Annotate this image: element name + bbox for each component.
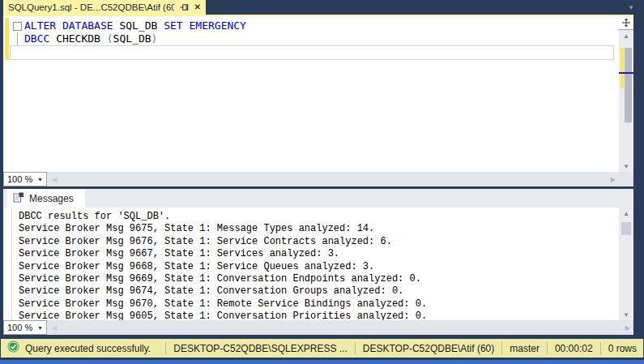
messages-output[interactable]: DBCC results for 'SQL_DB'.Service Broker… (3, 208, 633, 320)
scrollmap-caret-marker (619, 72, 633, 74)
messages-vertical-scrollbar[interactable]: ▲ ▼ (619, 208, 633, 320)
status-segment: 0 rows (608, 343, 637, 354)
code-token: SQL_DB (119, 19, 164, 32)
messages-zoom-value: 100 % (7, 323, 32, 332)
close-icon[interactable]: ✕ (194, 3, 201, 11)
status-segment: DESKTOP-C52QDBE\SQLEXPRESS ... (173, 343, 348, 354)
messages-icon (13, 191, 24, 206)
pin-icon[interactable] (180, 3, 189, 11)
status-bar: Query executed successfully. DESKTOP-C52… (1, 339, 643, 358)
status-segments: DESKTOP-C52QDBE\SQLEXPRESS ...DESKTOP-C5… (158, 339, 637, 358)
results-pane: Messages DBCC results for 'SQL_DB'.Servi… (3, 189, 633, 320)
fold-margin (11, 32, 24, 45)
fold-collapse-icon[interactable]: − (11, 19, 24, 32)
editor-scrollbar-track[interactable] (619, 41, 633, 161)
code-token: CHECKDB (56, 32, 107, 45)
message-line: Service Broker Msg 9676, State 1: Servic… (19, 236, 617, 248)
chevron-down-icon: ▼ (37, 325, 43, 331)
tab-sqlquery1[interactable]: SQLQuery1.sql - DE...C52QDBE\Atif (60))*… (3, 0, 206, 15)
code-token: ( (107, 32, 113, 45)
status-segment: DESKTOP-C52QDBE\Atif (60) (363, 343, 495, 354)
status-separator (547, 342, 548, 354)
code-token: ALTER DATABASE (24, 19, 119, 32)
editor-vertical-scrollbar[interactable]: ▲ ▼ (619, 16, 633, 172)
message-line: Service Broker Msg 9670, State 1: Remote… (19, 298, 617, 310)
status-segment: master (510, 343, 540, 354)
results-tab-strip: Messages (3, 189, 633, 208)
tab-messages[interactable]: Messages (7, 189, 85, 208)
scrollmap-changes-annotation (621, 48, 624, 88)
status-separator (501, 342, 502, 354)
message-line: DBCC results for 'SQL_DB'. (19, 211, 617, 223)
sql-editor[interactable]: −ALTER DATABASE SQL_DB SET EMERGENCYDBCC… (3, 16, 633, 172)
fold-margin (11, 45, 24, 58)
ssms-window: SQLQuery1.sql - DE...C52QDBE\Atif (60))*… (0, 0, 644, 364)
tab-list-dropdown-icon[interactable]: ▼ (628, 4, 634, 11)
status-separator (355, 342, 356, 354)
message-line: Service Broker Msg 9668, State 1: Servic… (19, 261, 617, 273)
editor-zoom-select[interactable]: 100 % ▼ (3, 172, 47, 186)
scroll-left-icon[interactable]: ◀ (52, 324, 57, 332)
code-line[interactable]: DBCC CHECKDB (SQL_DB) (11, 32, 614, 45)
message-line: Service Broker Msg 9674, State 1: Conver… (19, 285, 617, 298)
code-token: SET EMERGENCY (164, 19, 246, 32)
message-line: Service Broker Msg 9667, State 1: Servic… (19, 248, 617, 260)
editor-horizontal-scrollbar[interactable]: ◀ ▶ (49, 172, 633, 186)
chevron-down-icon: ▼ (37, 177, 43, 182)
scroll-right-icon[interactable]: ▶ (611, 176, 616, 183)
status-segment: 00:00:02 (555, 343, 593, 354)
messages-zoom-select[interactable]: 100 % ▼ (3, 320, 47, 335)
code-token: SQL_DB (113, 32, 151, 45)
editor-scrollbar-thumb[interactable] (625, 48, 632, 122)
status-separator (165, 342, 166, 354)
scroll-left-icon[interactable]: ◀ (52, 176, 57, 183)
scroll-down-icon[interactable]: ▼ (619, 309, 633, 320)
editor-bottom-bar: 100 % ▼ ◀ ▶ (3, 172, 633, 186)
messages-bottom-bar: 100 % ▼ ◀ ▶ (3, 320, 633, 335)
tab-title: SQLQuery1.sql - DE...C52QDBE\Atif (60))* (8, 2, 174, 12)
code-lines[interactable]: −ALTER DATABASE SQL_DB SET EMERGENCYDBCC… (11, 19, 614, 58)
messages-scrollbar-thumb[interactable] (621, 222, 631, 235)
code-line-current[interactable] (11, 45, 614, 58)
status-message: Query executed successfully. (25, 343, 151, 354)
code-token: ) (151, 32, 158, 45)
message-line: Service Broker Msg 9669, State 1: Conver… (19, 273, 617, 285)
split-editor-handle[interactable] (619, 16, 633, 30)
scroll-right-icon[interactable]: ▶ (625, 324, 630, 332)
messages-horizontal-scrollbar[interactable]: ◀ ▶ (49, 320, 633, 335)
document-tab-bar: SQLQuery1.sql - DE...C52QDBE\Atif (60))*… (0, 0, 644, 15)
code-token: DBCC (24, 32, 56, 45)
messages-scrollbar-track[interactable] (619, 219, 633, 309)
status-separator (600, 342, 601, 354)
message-lines: DBCC results for 'SQL_DB'.Service Broker… (19, 211, 617, 323)
editor-zoom-value: 100 % (7, 174, 32, 184)
success-check-icon (7, 340, 19, 356)
track-changes-bar (5, 18, 9, 60)
scroll-down-icon[interactable]: ▼ (619, 161, 633, 172)
scroll-up-icon[interactable]: ▲ (619, 30, 633, 41)
window-border (0, 360, 644, 364)
scroll-up-icon[interactable]: ▲ (619, 208, 633, 219)
message-line: Service Broker Msg 9675, State 1: Messag… (19, 223, 617, 235)
code-line[interactable]: −ALTER DATABASE SQL_DB SET EMERGENCY (11, 19, 614, 32)
messages-tab-label: Messages (29, 193, 74, 204)
